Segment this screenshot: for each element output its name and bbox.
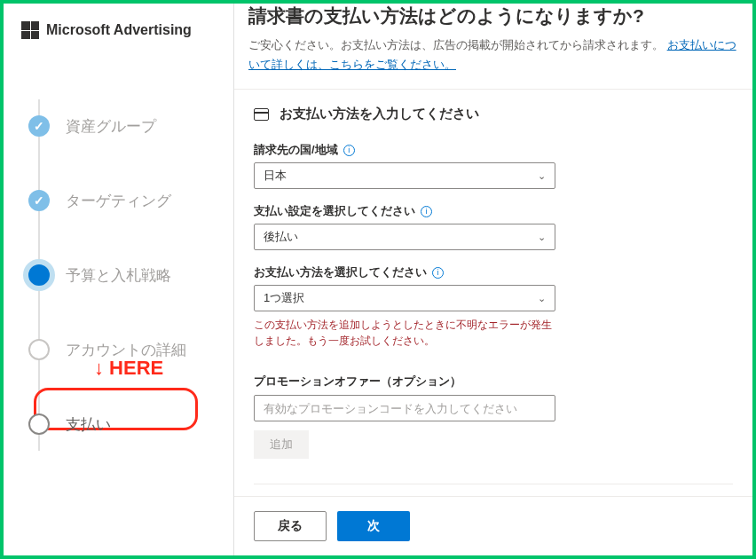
- field-country: 請求先の国/地域 i 日本 ⌄: [254, 142, 555, 189]
- step-asset-groups[interactable]: 資産グループ: [28, 89, 221, 163]
- microsoft-logo-icon: [21, 21, 39, 39]
- step-label: 予算と入札戦略: [66, 265, 171, 286]
- circle-icon: [28, 339, 50, 360]
- info-icon[interactable]: i: [421, 206, 432, 217]
- step-budget[interactable]: 予算と入札戦略: [28, 238, 221, 312]
- brand: Microsoft Advertising: [21, 21, 221, 39]
- card-icon: [254, 108, 269, 121]
- promo-label: プロモーションオファー（オプション）: [254, 374, 555, 390]
- page-subtitle: ご安心ください。お支払い方法は、広告の掲載が開始されてから請求されます。 お支払…: [248, 35, 738, 75]
- step-label: ターゲティング: [66, 191, 171, 211]
- section-title: お支払い方法を入力してください: [280, 106, 479, 122]
- country-select[interactable]: 日本 ⌄: [254, 162, 555, 189]
- footer: 戻る 次: [234, 496, 752, 555]
- step-account-details[interactable]: アカウントの詳細: [28, 312, 221, 387]
- circle-icon: [28, 413, 50, 435]
- field-payment-method: お支払い方法を選択してください i 1つ選択 ⌄ この支払い方法を追加しようとし…: [254, 264, 555, 349]
- subtitle-text: ご安心ください。お支払い方法は、広告の掲載が開始されてから請求されます。: [248, 38, 664, 51]
- divider: [254, 484, 733, 484]
- page-header: 請求書の支払い方法はどのようになりますか? ご安心ください。お支払い方法は、広告…: [234, 4, 752, 90]
- field-payment-setting: 支払い設定を選択してください i 後払い ⌄: [254, 203, 555, 250]
- promo-input[interactable]: [254, 395, 555, 421]
- sidebar: Microsoft Advertising 資産グループ ターゲティング 予算と…: [4, 4, 234, 555]
- payment-setting-label: 支払い設定を選択してください: [254, 203, 415, 219]
- back-button[interactable]: 戻る: [254, 511, 327, 541]
- country-label: 請求先の国/地域: [254, 142, 338, 158]
- step-payment[interactable]: 支払い: [28, 387, 221, 461]
- check-icon: [28, 190, 50, 211]
- next-button[interactable]: 次: [337, 511, 410, 541]
- main-content: 請求書の支払い方法はどのようになりますか? ご安心ください。お支払い方法は、広告…: [234, 4, 752, 555]
- payment-setting-select[interactable]: 後払い ⌄: [254, 224, 555, 250]
- chevron-down-icon: ⌄: [538, 170, 546, 182]
- payment-method-select[interactable]: 1つ選択 ⌄: [254, 285, 555, 311]
- promo-section: プロモーションオファー（オプション） 追加: [254, 374, 555, 459]
- chevron-down-icon: ⌄: [538, 232, 546, 243]
- country-value: 日本: [264, 168, 287, 184]
- chevron-down-icon: ⌄: [538, 293, 546, 304]
- steps-nav: 資産グループ ターゲティング 予算と入札戦略 アカウントの詳細 支払い: [28, 89, 221, 461]
- brand-name: Microsoft Advertising: [46, 22, 192, 38]
- check-icon: [28, 115, 50, 137]
- page-title: 請求書の支払い方法はどのようになりますか?: [248, 4, 738, 28]
- info-icon[interactable]: i: [432, 267, 444, 279]
- dot-icon: [23, 259, 55, 291]
- payment-setting-value: 後払い: [264, 229, 298, 245]
- step-label: アカウントの詳細: [66, 340, 186, 360]
- step-targeting[interactable]: ターゲティング: [28, 163, 221, 238]
- payment-method-label: お支払い方法を選択してください: [254, 264, 427, 280]
- form-content: お支払い方法を入力してください 請求先の国/地域 i 日本 ⌄ 支払い設定を選択…: [234, 90, 752, 496]
- payment-method-error: この支払い方法を追加しようとしたときに不明なエラーが発生しました。もう一度お試し…: [254, 317, 555, 349]
- add-promo-button[interactable]: 追加: [254, 430, 309, 459]
- section-header: お支払い方法を入力してください: [254, 106, 733, 122]
- info-icon[interactable]: i: [343, 145, 355, 156]
- payment-method-value: 1つ選択: [264, 290, 304, 306]
- step-label: 資産グループ: [66, 116, 156, 137]
- step-label: 支払い: [66, 414, 111, 435]
